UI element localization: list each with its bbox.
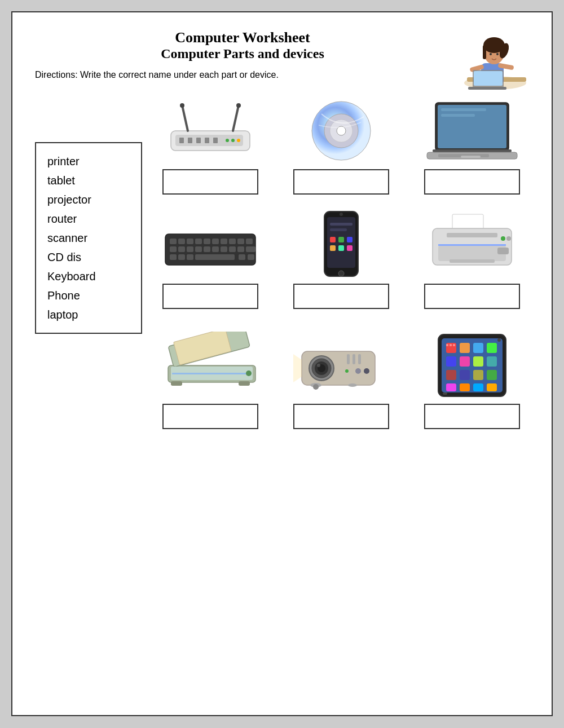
svg-rect-78 — [347, 245, 352, 251]
cd-answer-box[interactable] — [293, 169, 389, 195]
svg-point-26 — [231, 139, 235, 142]
svg-point-85 — [506, 236, 511, 241]
svg-rect-73 — [330, 237, 336, 242]
svg-rect-42 — [178, 239, 185, 244]
cd-image — [290, 97, 392, 165]
svg-rect-116 — [460, 343, 470, 353]
student-illustration — [450, 24, 529, 97]
svg-rect-127 — [460, 370, 470, 380]
svg-rect-91 — [172, 373, 252, 374]
svg-rect-53 — [187, 246, 193, 252]
svg-rect-131 — [460, 383, 470, 391]
laptop-answer-box[interactable] — [424, 169, 520, 195]
svg-point-12 — [490, 53, 492, 55]
svg-rect-50 — [246, 239, 253, 244]
printer-image — [421, 211, 523, 279]
word-scanner: scanner — [47, 228, 130, 248]
laptop-image — [421, 97, 523, 165]
svg-rect-132 — [473, 383, 483, 391]
svg-rect-126 — [446, 370, 456, 380]
svg-line-16 — [182, 105, 188, 131]
word-printer: printer — [47, 152, 130, 171]
projector-answer-box[interactable] — [293, 404, 389, 429]
router-image — [160, 97, 261, 165]
cd-item — [284, 97, 398, 195]
svg-point-108 — [345, 369, 349, 373]
content-area: printer tablet projector router scanner … — [35, 97, 529, 429]
svg-point-110 — [348, 383, 357, 387]
svg-point-69 — [338, 271, 344, 276]
device-grid-area — [153, 97, 529, 429]
scanner-item — [153, 332, 267, 429]
tablet-answer-box[interactable] — [424, 404, 520, 429]
row3-grid — [153, 332, 529, 429]
svg-rect-117 — [473, 343, 483, 353]
svg-rect-52 — [178, 246, 185, 252]
svg-point-25 — [226, 139, 229, 142]
svg-rect-33 — [438, 105, 506, 148]
router-answer-box[interactable] — [162, 169, 258, 195]
svg-point-106 — [355, 368, 361, 374]
tablet-image — [421, 332, 523, 399]
svg-rect-35 — [441, 114, 475, 117]
svg-rect-6 — [474, 71, 503, 86]
svg-rect-72 — [330, 228, 347, 231]
svg-rect-124 — [473, 356, 483, 367]
svg-point-134 — [497, 338, 501, 342]
svg-point-84 — [501, 236, 505, 241]
svg-rect-43 — [187, 239, 193, 244]
keyboard-image — [160, 211, 261, 279]
svg-rect-23 — [205, 138, 209, 143]
svg-rect-104 — [358, 354, 361, 364]
svg-point-95 — [246, 370, 252, 376]
svg-rect-75 — [347, 237, 352, 242]
svg-rect-51 — [170, 246, 177, 252]
svg-rect-77 — [338, 245, 344, 251]
svg-rect-66 — [248, 254, 254, 260]
svg-rect-54 — [195, 246, 202, 252]
svg-rect-120 — [450, 344, 452, 346]
svg-rect-93 — [171, 381, 182, 386]
word-cd: CD dis — [47, 248, 130, 267]
svg-rect-71 — [330, 223, 352, 226]
svg-rect-22 — [196, 138, 201, 143]
svg-rect-10 — [483, 45, 486, 59]
svg-rect-39 — [461, 156, 481, 158]
title-line1: Computer Worksheet — [35, 29, 450, 46]
svg-rect-94 — [239, 381, 250, 386]
svg-line-17 — [233, 105, 239, 131]
svg-rect-61 — [170, 254, 177, 260]
svg-rect-81 — [447, 233, 497, 237]
worksheet-page: Computer Worksheet Computer Parts and de… — [11, 11, 553, 716]
svg-rect-64 — [195, 254, 235, 260]
keyboard-answer-box[interactable] — [162, 284, 258, 309]
svg-rect-34 — [441, 108, 486, 111]
svg-rect-44 — [195, 239, 202, 244]
svg-rect-56 — [212, 246, 219, 252]
svg-rect-58 — [229, 246, 236, 252]
svg-point-13 — [496, 53, 499, 55]
svg-rect-103 — [352, 354, 355, 364]
scanner-answer-box[interactable] — [162, 404, 258, 429]
keyboard-item — [153, 211, 267, 309]
scanner-image — [160, 332, 261, 399]
svg-rect-133 — [487, 383, 497, 391]
phone-image — [290, 211, 392, 279]
svg-rect-92 — [174, 332, 232, 365]
projector-item — [284, 332, 398, 429]
svg-rect-46 — [212, 239, 219, 244]
svg-rect-21 — [188, 138, 192, 143]
printer-answer-box[interactable] — [424, 284, 520, 309]
svg-rect-57 — [221, 246, 227, 252]
svg-rect-114 — [443, 392, 447, 395]
svg-rect-83 — [450, 259, 495, 263]
svg-rect-59 — [237, 246, 244, 252]
projector-image — [290, 332, 392, 399]
svg-rect-20 — [179, 138, 184, 143]
svg-rect-48 — [229, 239, 236, 244]
svg-rect-129 — [487, 370, 497, 380]
word-laptop: laptop — [47, 305, 130, 324]
svg-rect-128 — [473, 370, 483, 380]
svg-rect-125 — [487, 356, 497, 367]
phone-answer-box[interactable] — [293, 284, 389, 309]
